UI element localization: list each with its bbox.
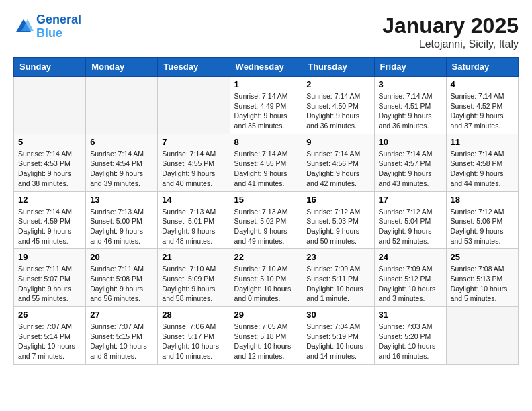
calendar-cell <box>446 307 518 365</box>
day-number: 31 <box>379 310 442 320</box>
calendar-cell: 29Sunrise: 7:05 AM Sunset: 5:18 PM Dayli… <box>230 307 302 365</box>
calendar-cell: 10Sunrise: 7:14 AM Sunset: 4:57 PM Dayli… <box>374 134 446 191</box>
day-number: 4 <box>451 79 514 89</box>
month-title: January 2025 <box>382 13 519 38</box>
day-number: 28 <box>162 310 225 320</box>
day-info: Sunrise: 7:12 AM Sunset: 5:06 PM Dayligh… <box>451 207 514 246</box>
calendar-cell: 4Sunrise: 7:14 AM Sunset: 4:52 PM Daylig… <box>446 77 518 134</box>
calendar-cell: 9Sunrise: 7:14 AM Sunset: 4:56 PM Daylig… <box>302 134 374 191</box>
weekday-header-wednesday: Wednesday <box>230 58 302 77</box>
day-info: Sunrise: 7:13 AM Sunset: 5:00 PM Dayligh… <box>90 207 153 246</box>
calendar-cell: 2Sunrise: 7:14 AM Sunset: 4:50 PM Daylig… <box>302 77 374 134</box>
weekday-header-tuesday: Tuesday <box>158 58 230 77</box>
day-info: Sunrise: 7:14 AM Sunset: 4:53 PM Dayligh… <box>18 149 81 189</box>
day-number: 27 <box>90 310 153 320</box>
day-number: 9 <box>306 137 369 147</box>
calendar-cell: 23Sunrise: 7:09 AM Sunset: 5:11 PM Dayli… <box>302 249 374 307</box>
calendar-cell: 25Sunrise: 7:08 AM Sunset: 5:13 PM Dayli… <box>446 249 518 307</box>
title-block: January 2025 Letojanni, Sicily, Italy <box>382 13 519 50</box>
calendar-cell: 21Sunrise: 7:10 AM Sunset: 5:09 PM Dayli… <box>158 249 230 307</box>
calendar-cell: 3Sunrise: 7:14 AM Sunset: 4:51 PM Daylig… <box>374 77 446 134</box>
day-number: 25 <box>451 252 514 262</box>
day-info: Sunrise: 7:08 AM Sunset: 5:13 PM Dayligh… <box>451 264 514 304</box>
day-info: Sunrise: 7:13 AM Sunset: 5:01 PM Dayligh… <box>162 207 225 246</box>
day-info: Sunrise: 7:06 AM Sunset: 5:17 PM Dayligh… <box>162 322 225 361</box>
day-info: Sunrise: 7:10 AM Sunset: 5:10 PM Dayligh… <box>234 264 298 304</box>
day-info: Sunrise: 7:07 AM Sunset: 5:14 PM Dayligh… <box>18 322 81 361</box>
calendar-cell: 8Sunrise: 7:14 AM Sunset: 4:55 PM Daylig… <box>230 134 302 191</box>
calendar-cell: 5Sunrise: 7:14 AM Sunset: 4:53 PM Daylig… <box>14 134 86 191</box>
day-number: 11 <box>451 137 514 147</box>
calendar-cell: 22Sunrise: 7:10 AM Sunset: 5:10 PM Dayli… <box>230 249 302 307</box>
logo-icon <box>13 17 34 37</box>
day-number: 18 <box>451 195 514 205</box>
calendar-cell: 24Sunrise: 7:09 AM Sunset: 5:12 PM Dayli… <box>374 249 446 307</box>
calendar-cell: 6Sunrise: 7:14 AM Sunset: 4:54 PM Daylig… <box>86 134 158 191</box>
calendar-cell: 28Sunrise: 7:06 AM Sunset: 5:17 PM Dayli… <box>158 307 230 365</box>
day-number: 13 <box>90 195 153 205</box>
weekday-header-saturday: Saturday <box>446 58 518 77</box>
calendar-cell: 7Sunrise: 7:14 AM Sunset: 4:55 PM Daylig… <box>158 134 230 191</box>
day-info: Sunrise: 7:14 AM Sunset: 4:55 PM Dayligh… <box>162 149 225 189</box>
calendar-cell: 31Sunrise: 7:03 AM Sunset: 5:20 PM Dayli… <box>374 307 446 365</box>
day-number: 15 <box>234 195 298 205</box>
week-row-4: 26Sunrise: 7:07 AM Sunset: 5:14 PM Dayli… <box>14 307 519 365</box>
week-row-2: 12Sunrise: 7:14 AM Sunset: 4:59 PM Dayli… <box>14 191 519 249</box>
day-info: Sunrise: 7:12 AM Sunset: 5:03 PM Dayligh… <box>306 207 369 246</box>
calendar-cell: 14Sunrise: 7:13 AM Sunset: 5:01 PM Dayli… <box>158 191 230 249</box>
calendar-cell: 12Sunrise: 7:14 AM Sunset: 4:59 PM Dayli… <box>14 191 86 249</box>
day-number: 16 <box>306 195 369 205</box>
day-number: 12 <box>18 195 81 205</box>
day-number: 2 <box>306 79 369 89</box>
day-number: 19 <box>18 252 81 262</box>
day-info: Sunrise: 7:09 AM Sunset: 5:12 PM Dayligh… <box>379 264 442 304</box>
day-number: 14 <box>162 195 225 205</box>
day-info: Sunrise: 7:12 AM Sunset: 5:04 PM Dayligh… <box>379 207 442 246</box>
location: Letojanni, Sicily, Italy <box>382 38 519 50</box>
calendar-cell <box>158 77 230 134</box>
day-info: Sunrise: 7:14 AM Sunset: 4:52 PM Dayligh… <box>451 91 514 131</box>
day-info: Sunrise: 7:09 AM Sunset: 5:11 PM Dayligh… <box>306 264 369 304</box>
logo-text: General Blue <box>36 13 81 40</box>
day-info: Sunrise: 7:14 AM Sunset: 4:55 PM Dayligh… <box>234 149 298 189</box>
day-number: 5 <box>18 137 81 147</box>
week-row-3: 19Sunrise: 7:11 AM Sunset: 5:07 PM Dayli… <box>14 249 519 307</box>
calendar-cell <box>14 77 86 134</box>
weekday-header-friday: Friday <box>374 58 446 77</box>
weekday-header-row: SundayMondayTuesdayWednesdayThursdayFrid… <box>14 58 519 77</box>
day-info: Sunrise: 7:10 AM Sunset: 5:09 PM Dayligh… <box>162 264 225 304</box>
calendar-cell: 1Sunrise: 7:14 AM Sunset: 4:49 PM Daylig… <box>230 77 302 134</box>
day-number: 10 <box>379 137 442 147</box>
week-row-1: 5Sunrise: 7:14 AM Sunset: 4:53 PM Daylig… <box>14 134 519 191</box>
day-number: 23 <box>306 252 369 262</box>
calendar-cell <box>86 77 158 134</box>
calendar-cell: 11Sunrise: 7:14 AM Sunset: 4:58 PM Dayli… <box>446 134 518 191</box>
day-info: Sunrise: 7:07 AM Sunset: 5:15 PM Dayligh… <box>90 322 153 361</box>
day-info: Sunrise: 7:03 AM Sunset: 5:20 PM Dayligh… <box>379 322 442 361</box>
day-info: Sunrise: 7:14 AM Sunset: 4:57 PM Dayligh… <box>379 149 442 189</box>
calendar: SundayMondayTuesdayWednesdayThursdayFrid… <box>13 57 519 365</box>
calendar-cell: 15Sunrise: 7:13 AM Sunset: 5:02 PM Dayli… <box>230 191 302 249</box>
day-number: 22 <box>234 252 298 262</box>
day-info: Sunrise: 7:14 AM Sunset: 4:59 PM Dayligh… <box>18 207 81 246</box>
day-info: Sunrise: 7:14 AM Sunset: 4:58 PM Dayligh… <box>451 149 514 189</box>
calendar-cell: 20Sunrise: 7:11 AM Sunset: 5:08 PM Dayli… <box>86 249 158 307</box>
calendar-cell: 16Sunrise: 7:12 AM Sunset: 5:03 PM Dayli… <box>302 191 374 249</box>
day-number: 20 <box>90 252 153 262</box>
day-info: Sunrise: 7:14 AM Sunset: 4:49 PM Dayligh… <box>234 91 298 131</box>
day-number: 17 <box>379 195 442 205</box>
day-info: Sunrise: 7:14 AM Sunset: 4:54 PM Dayligh… <box>90 149 153 189</box>
day-info: Sunrise: 7:14 AM Sunset: 4:56 PM Dayligh… <box>306 149 369 189</box>
calendar-cell: 13Sunrise: 7:13 AM Sunset: 5:00 PM Dayli… <box>86 191 158 249</box>
day-info: Sunrise: 7:14 AM Sunset: 4:50 PM Dayligh… <box>306 91 369 131</box>
day-info: Sunrise: 7:11 AM Sunset: 5:07 PM Dayligh… <box>18 264 81 304</box>
calendar-cell: 17Sunrise: 7:12 AM Sunset: 5:04 PM Dayli… <box>374 191 446 249</box>
day-number: 8 <box>234 137 298 147</box>
calendar-cell: 27Sunrise: 7:07 AM Sunset: 5:15 PM Dayli… <box>86 307 158 365</box>
day-number: 29 <box>234 310 298 320</box>
day-number: 26 <box>18 310 81 320</box>
calendar-cell: 19Sunrise: 7:11 AM Sunset: 5:07 PM Dayli… <box>14 249 86 307</box>
weekday-header-thursday: Thursday <box>302 58 374 77</box>
day-info: Sunrise: 7:04 AM Sunset: 5:19 PM Dayligh… <box>306 322 369 361</box>
day-number: 7 <box>162 137 225 147</box>
